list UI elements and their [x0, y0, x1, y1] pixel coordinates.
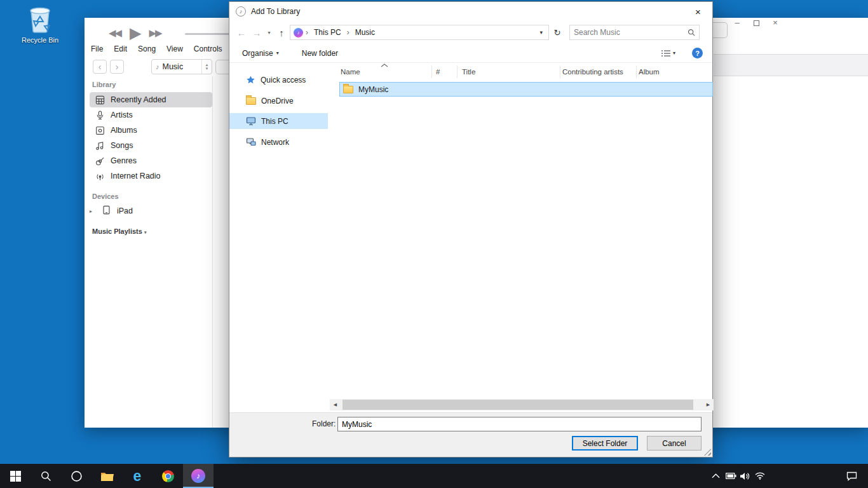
- collapse-chevron-icon: ▾: [144, 230, 147, 234]
- start-button[interactable]: [0, 464, 31, 488]
- file-explorer-button[interactable]: [92, 464, 122, 488]
- file-name: MyMusic: [358, 85, 388, 94]
- quick-access-star-icon: [246, 75, 255, 85]
- dialog-close-button[interactable]: ×: [684, 2, 712, 21]
- resize-grip[interactable]: [704, 449, 711, 456]
- dialog-title-bar[interactable]: ♪ Add To Library ×: [229, 2, 712, 21]
- rewind-button[interactable]: ◀◀: [109, 27, 121, 39]
- address-dropdown-chevron-icon[interactable]: ▾: [537, 29, 545, 36]
- select-folder-button[interactable]: Select Folder: [572, 436, 638, 451]
- search-box[interactable]: [569, 25, 700, 40]
- menu-view[interactable]: View: [166, 44, 183, 53]
- scroll-right-arrow[interactable]: ▶: [703, 402, 714, 407]
- itunes-forward-button[interactable]: ›: [110, 60, 124, 74]
- file-row-mymusic[interactable]: MyMusic: [339, 82, 713, 97]
- horizontal-scrollbar[interactable]: ◀ ▶: [330, 399, 714, 410]
- column-separator[interactable]: [431, 65, 432, 78]
- internet-radio-icon: [95, 172, 105, 181]
- menu-edit[interactable]: Edit: [114, 44, 127, 53]
- dialog-footer: Folder: Select Folder Cancel: [229, 412, 712, 457]
- recycle-bin-shortcut[interactable]: Recycle Bin: [18, 4, 62, 44]
- column-header-title[interactable]: Title: [462, 68, 475, 76]
- play-button[interactable]: ▶: [130, 24, 140, 42]
- column-header-number[interactable]: #: [436, 68, 440, 76]
- network-tray-button[interactable]: [752, 464, 768, 488]
- music-playlists-header[interactable]: Music Playlists ▾: [92, 227, 146, 235]
- itunes-icon: ♪: [191, 469, 205, 483]
- selector-stepper-icon: ▲▼: [201, 60, 212, 74]
- media-kind-selector[interactable]: ♪ Music ▲▼: [151, 59, 212, 74]
- cortana-button[interactable]: [61, 464, 92, 488]
- itunes-location-icon: ♪: [294, 28, 303, 37]
- sidebar-item-artists[interactable]: Artists: [90, 107, 212, 123]
- breadcrumb-music[interactable]: Music: [352, 28, 378, 37]
- column-header-album[interactable]: Album: [639, 68, 660, 76]
- sidebar-item-internet-radio[interactable]: Internet Radio: [90, 168, 212, 184]
- albums-icon: [95, 126, 105, 135]
- sidebar-item-label: Artists: [111, 111, 133, 119]
- column-header-contributing-artists[interactable]: Contributing artists: [562, 68, 623, 76]
- breadcrumb-separator: ›: [347, 28, 349, 37]
- sidebar-item-genres[interactable]: Genres: [90, 153, 212, 168]
- close-window-button[interactable]: ×: [767, 18, 783, 29]
- battery-tray-button[interactable]: [723, 464, 738, 488]
- nav-pane-label: Quick access: [261, 76, 306, 85]
- folder-field-label: Folder:: [312, 419, 336, 428]
- volume-slider[interactable]: [185, 33, 229, 35]
- scrollbar-thumb[interactable]: [342, 400, 693, 410]
- folder-name-input[interactable]: [337, 417, 702, 431]
- breadcrumb-this-pc[interactable]: This PC: [311, 28, 344, 37]
- scroll-left-arrow[interactable]: ◀: [330, 402, 341, 407]
- fast-forward-button[interactable]: ▶▶: [149, 27, 161, 39]
- volume-tray-button[interactable]: [737, 464, 752, 488]
- itunes-taskbar-button[interactable]: ♪: [183, 464, 214, 488]
- column-separator[interactable]: [457, 65, 458, 78]
- sidebar-item-label: Songs: [111, 141, 133, 150]
- nav-forward-button[interactable]: →: [250, 27, 264, 38]
- sidebar-item-label: Internet Radio: [111, 172, 161, 180]
- itunes-search-field-fragment[interactable]: [712, 22, 728, 38]
- column-header-name[interactable]: Name: [341, 68, 360, 76]
- sidebar-item-label: Albums: [111, 126, 137, 135]
- cortana-icon: [71, 470, 83, 482]
- internet-explorer-button[interactable]: e: [122, 464, 153, 488]
- show-hidden-icons-button[interactable]: [708, 464, 723, 488]
- cancel-button[interactable]: Cancel: [647, 436, 702, 451]
- nav-back-button[interactable]: ←: [234, 27, 248, 38]
- help-button[interactable]: ?: [692, 48, 703, 58]
- menu-song[interactable]: Song: [138, 44, 156, 53]
- sidebar-item-songs[interactable]: Songs: [90, 138, 212, 153]
- organise-menu-button[interactable]: Organise ▾: [242, 49, 279, 58]
- sidebar-item-recently-added[interactable]: Recently Added: [90, 92, 212, 107]
- itunes-back-button[interactable]: ‹: [93, 60, 107, 74]
- column-separator[interactable]: [560, 65, 560, 78]
- refresh-button[interactable]: ↻: [550, 28, 564, 37]
- search-input[interactable]: [574, 28, 688, 37]
- address-bar[interactable]: ♪ › This PC › Music ▾: [290, 25, 549, 40]
- new-folder-button[interactable]: New folder: [302, 49, 338, 58]
- taskbar-search-button[interactable]: [31, 464, 61, 488]
- nav-history-chevron-icon[interactable]: ▾: [265, 30, 273, 36]
- folder-icon: [343, 86, 353, 93]
- maximize-icon: [754, 20, 759, 26]
- menu-controls[interactable]: Controls: [194, 44, 222, 53]
- windows-logo-icon: [10, 471, 21, 482]
- minimize-button[interactable]: –: [729, 18, 745, 29]
- nav-pane-quick-access[interactable]: Quick access: [229, 72, 328, 88]
- maximize-button[interactable]: [748, 18, 764, 29]
- internet-explorer-icon: e: [133, 469, 142, 484]
- sidebar-item-ipad[interactable]: ▸ iPad: [90, 203, 212, 219]
- expand-chevron-icon[interactable]: ▸: [90, 208, 96, 214]
- nav-up-button[interactable]: ↑: [275, 27, 288, 38]
- nav-pane-network[interactable]: Network: [229, 134, 328, 150]
- nav-pane-onedrive[interactable]: OneDrive: [229, 93, 328, 109]
- nav-pane-this-pc[interactable]: This PC: [229, 113, 328, 129]
- action-center-button[interactable]: [839, 464, 864, 488]
- sidebar-item-albums[interactable]: Albums: [90, 123, 212, 138]
- change-view-button[interactable]: ▾: [661, 49, 675, 58]
- battery-icon: [726, 473, 736, 479]
- ipad-icon: [102, 205, 111, 217]
- menu-file[interactable]: File: [91, 44, 103, 53]
- chrome-button[interactable]: [153, 464, 183, 488]
- column-separator[interactable]: [636, 65, 637, 78]
